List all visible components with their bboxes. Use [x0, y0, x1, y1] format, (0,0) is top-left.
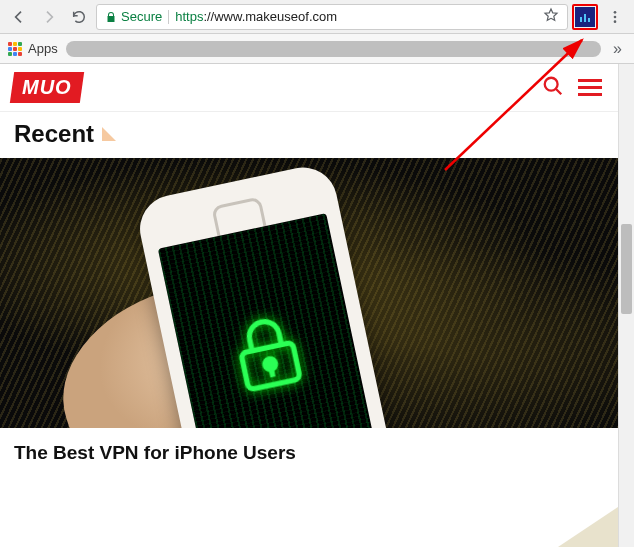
bookmarks-bar: Apps »: [0, 34, 634, 64]
lock-icon: [105, 11, 117, 23]
section-title-text: Recent: [14, 120, 94, 148]
page-viewport: MUO Recent: [0, 64, 634, 547]
vertical-scrollbar[interactable]: [618, 64, 634, 547]
svg-point-5: [264, 358, 276, 370]
secure-indicator: Secure: [105, 9, 162, 24]
accent-triangle-icon: [102, 127, 116, 141]
svg-point-0: [614, 11, 617, 14]
more-vert-icon: [607, 9, 623, 25]
arrow-left-icon: [11, 9, 27, 25]
bookmarks-overflow-button[interactable]: »: [609, 40, 626, 58]
arrow-right-icon: [41, 9, 57, 25]
url-text: https://www.makeuseof.com: [175, 9, 337, 24]
site-header: MUO: [0, 64, 618, 112]
svg-point-2: [614, 20, 617, 23]
bars-icon: [580, 12, 590, 22]
reload-icon: [71, 9, 87, 25]
site-logo[interactable]: MUO: [10, 72, 84, 103]
divider: [168, 10, 169, 24]
web-page: MUO Recent: [0, 64, 618, 547]
apps-grid-icon: [8, 42, 22, 56]
back-button[interactable]: [6, 4, 32, 30]
site-menu-button[interactable]: [574, 75, 606, 100]
section-heading: Recent: [0, 112, 618, 158]
reload-button[interactable]: [66, 4, 92, 30]
hamburger-icon: [578, 79, 602, 82]
svg-point-1: [614, 15, 617, 18]
article-title[interactable]: The Best VPN for iPhone Users: [0, 428, 618, 486]
address-bar[interactable]: Secure https://www.makeuseof.com: [96, 4, 568, 30]
chrome-menu-button[interactable]: [602, 4, 628, 30]
site-search-button[interactable]: [542, 75, 564, 101]
bookmark-star-button[interactable]: [543, 7, 559, 26]
secure-label: Secure: [121, 9, 162, 24]
apps-shortcut[interactable]: Apps: [8, 41, 58, 56]
bookmark-placeholder[interactable]: [66, 41, 601, 57]
apps-label: Apps: [28, 41, 58, 56]
search-icon: [542, 75, 564, 97]
star-icon: [543, 7, 559, 23]
browser-toolbar: Secure https://www.makeuseof.com: [0, 0, 634, 34]
svg-point-3: [545, 77, 558, 90]
extension-highlight: [572, 4, 598, 30]
scrollbar-thumb[interactable]: [621, 224, 632, 314]
article-hero-image[interactable]: [0, 158, 618, 428]
forward-button[interactable]: [36, 4, 62, 30]
extension-button[interactable]: [575, 7, 595, 27]
page-curl-decoration: [558, 507, 618, 547]
